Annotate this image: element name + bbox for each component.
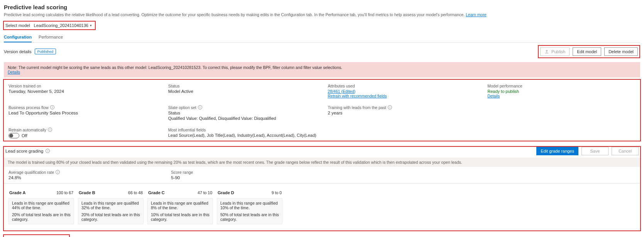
grade-name: Grade A	[9, 190, 25, 195]
info-icon[interactable]: i	[56, 170, 60, 174]
grade-line1: Leads in this range are qualified 8% of …	[151, 201, 210, 210]
duplicate-model-alert: Note: The current model might be scoring…	[4, 62, 640, 77]
bpf-value: Lead To Opportunity Sales Process	[8, 111, 157, 115]
grade-name: Grade D	[218, 190, 234, 195]
bpf-label-text: Business process flow	[8, 105, 49, 110]
training-with-value: 2 years	[328, 111, 476, 115]
model-perf-details-link[interactable]: Details	[487, 94, 500, 98]
bpf-label: Business process flow i	[8, 105, 54, 110]
info-icon[interactable]: i	[46, 149, 50, 153]
grading-title-text: Lead score grading	[5, 149, 43, 153]
edit-grade-ranges-button[interactable]: Edit grade ranges	[536, 147, 578, 155]
grade-range: 47 to 10	[198, 190, 212, 195]
attributes-value[interactable]: 28/461 (Edited)	[328, 89, 356, 94]
page-description: Predictive lead scoring calculates the r…	[4, 12, 640, 18]
score-range-label: Score range	[171, 170, 193, 175]
grade-range: 9 to 0	[272, 190, 282, 195]
version-details: Version details Published	[4, 49, 56, 54]
influential-value: Lead Source(Lead), Job Title(Lead), Indu…	[168, 133, 636, 138]
grade-line1: Leads in this range are qualified 10% of…	[220, 201, 279, 210]
delete-model-button[interactable]: Delete model	[604, 47, 638, 56]
state-label: State option set i	[168, 105, 202, 110]
model-details-panel: Version trained on Tuesday, November 5, …	[4, 80, 640, 141]
grade-line2: 20% of total test leads are in this cate…	[81, 212, 140, 222]
version-details-label: Version details	[4, 49, 32, 54]
training-with-label-text: Training with leads from the past	[328, 105, 386, 110]
model-perf-label: Model performance	[487, 84, 522, 88]
grade-line2: 50% of total test leads are in this cate…	[220, 212, 279, 222]
info-icon[interactable]: i	[50, 105, 54, 109]
retrain-label-text: Retrain automatically	[8, 128, 46, 132]
edit-model-button[interactable]: Edit model	[573, 47, 601, 56]
model-perf-value: Ready to publish	[487, 89, 636, 94]
grade-line2: 10% of total test leads are in this cate…	[151, 212, 210, 222]
grade-name: Grade C	[148, 190, 165, 195]
select-model-label: Select model	[5, 23, 30, 28]
influential-label: Most influential fields	[168, 128, 206, 132]
info-icon[interactable]: i	[48, 128, 52, 132]
grading-title: Lead score grading i	[5, 149, 50, 153]
grade-card-c: Grade C 47 to 10 Leads in this range are…	[147, 189, 213, 224]
alert-text: Note: The current model might be scoring…	[8, 65, 636, 70]
retrain-label: Retrain automatically i	[8, 128, 52, 132]
page-desc-text: Predictive lead scoring calculates the r…	[4, 12, 466, 17]
grading-info: The model is trained using 80% of your c…	[4, 158, 640, 167]
grade-card-d: Grade D 9 to 0 Leads in this range are q…	[217, 189, 282, 224]
save-button: Save	[581, 147, 609, 155]
publish-label: Publish	[551, 49, 565, 54]
select-model-dropdown[interactable]: LeadScoring_202411040136 ▾	[34, 23, 92, 28]
state-value-2: Qualified Value: Qualified, Disqualified…	[168, 116, 316, 121]
tab-bar: Configuration Performance	[4, 33, 640, 43]
grade-name: Grade B	[79, 190, 95, 195]
attributes-label: Attributes used	[328, 84, 355, 88]
select-model-value: LeadScoring_202411040136	[34, 23, 88, 28]
grade-line1: Leads in this range are qualified 44% of…	[12, 201, 71, 210]
grading-panel: Lead score grading i Edit grade ranges S…	[4, 147, 640, 230]
info-icon[interactable]: i	[388, 105, 392, 109]
model-action-buttons: Publish Edit model Delete model	[538, 45, 640, 58]
toolbar: Version details Published Publish Edit m…	[4, 45, 640, 58]
publish-button: Publish	[540, 47, 570, 56]
tab-configuration[interactable]: Configuration	[4, 33, 32, 42]
trained-on-label: Version trained on	[8, 84, 41, 88]
grade-card-a: Grade A 100 to 67 Leads in this range ar…	[8, 189, 74, 224]
avg-qual-label: Average qualification rate i	[8, 170, 60, 175]
trained-on-value: Tuesday, November 5, 2024	[8, 89, 157, 94]
state-label-text: State option set	[168, 105, 196, 110]
score-range-value: 5-90	[171, 175, 322, 180]
version-status-badge: Published	[35, 49, 56, 54]
alert-details-link[interactable]: Details	[8, 70, 20, 74]
avg-qual-label-text: Average qualification rate	[8, 170, 54, 175]
status-value: Model Active	[168, 89, 316, 94]
chevron-down-icon: ▾	[90, 24, 92, 27]
grades-row: Grade A 100 to 67 Leads in this range ar…	[4, 183, 640, 227]
state-value-1: Status	[168, 111, 316, 115]
grade-range: 66 to 48	[128, 190, 143, 195]
multi-model-row: Multi-model i Add model	[4, 235, 69, 237]
grade-line1: Leads in this range are qualified 32% of…	[81, 201, 140, 210]
training-with-label: Training with leads from the past i	[328, 105, 392, 110]
grade-line2: 20% of total test leads are in this cate…	[12, 212, 71, 222]
cancel-button: Cancel	[612, 147, 639, 155]
grade-range: 100 to 67	[56, 190, 73, 195]
status-label: Status	[168, 84, 180, 88]
retrain-fields-link[interactable]: Retrain with recommended fields	[328, 94, 387, 98]
select-model-row: Select model LeadScoring_202411040136 ▾	[4, 22, 95, 29]
info-icon[interactable]: i	[198, 105, 202, 109]
grade-card-b: Grade B 66 to 48 Leads in this range are…	[78, 189, 144, 224]
retrain-toggle[interactable]	[8, 133, 19, 138]
learn-more-link[interactable]: Learn more	[466, 12, 487, 17]
avg-qual-value: 24.8%	[8, 175, 159, 180]
retrain-value: Off	[22, 133, 27, 138]
tab-performance[interactable]: Performance	[39, 33, 63, 42]
page-title: Predictive lead scoring	[4, 4, 640, 10]
upload-icon	[544, 49, 549, 54]
